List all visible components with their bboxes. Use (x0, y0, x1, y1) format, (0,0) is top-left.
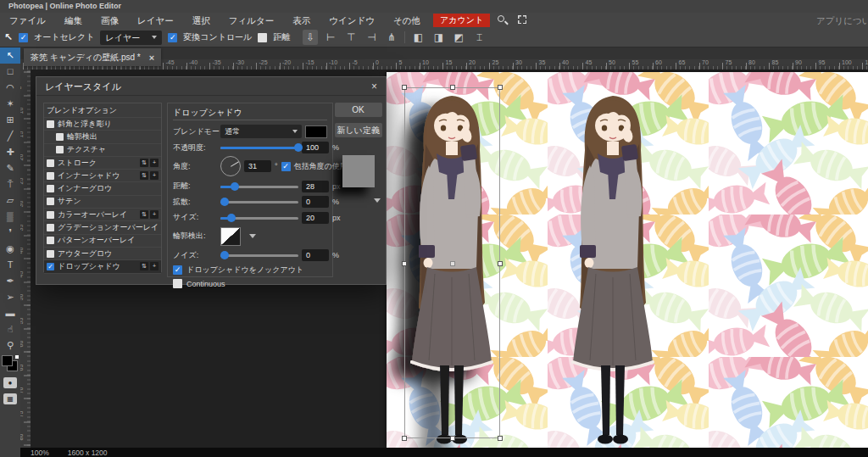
preview-dropdown-icon[interactable] (374, 198, 381, 203)
style-row-1[interactable]: 斜角と浮き彫り (44, 118, 161, 131)
style-checkbox[interactable] (47, 159, 54, 167)
shadow-color-swatch[interactable] (305, 125, 327, 138)
size-slider[interactable] (220, 213, 298, 223)
clone-stamp-tool-icon[interactable]: ⍑ (0, 176, 20, 192)
style-checkbox[interactable] (47, 120, 54, 128)
menu-item-4[interactable]: 選択 (183, 13, 220, 28)
add-style-instance-button[interactable]: + (150, 262, 159, 270)
path-select-tool-icon[interactable]: ➢ (0, 289, 20, 305)
color-swatches[interactable] (2, 355, 19, 372)
style-checkbox[interactable] (47, 198, 54, 205)
account-button[interactable]: アカウント (433, 14, 490, 27)
style-row-9[interactable]: グラデーションオーバーレイ⇅+ (44, 221, 161, 234)
reorder-style-button[interactable]: ⇅ (140, 210, 148, 219)
style-row-3[interactable]: テクスチャ (44, 144, 161, 157)
contour-dropdown-icon[interactable] (249, 234, 256, 238)
layer-order-icon[interactable]: ◩ (451, 30, 466, 45)
spacing-icon[interactable]: ⌶ (471, 30, 487, 45)
menu-item-8[interactable]: その他 (384, 13, 430, 28)
style-row-12[interactable]: ドロップシャドウ⇅+ (44, 260, 161, 273)
handle-bottom-center[interactable] (450, 436, 455, 441)
style-checkbox[interactable] (47, 172, 54, 180)
style-checkbox[interactable] (47, 263, 54, 270)
style-checkbox[interactable] (56, 133, 64, 141)
healing-tool-icon[interactable]: ✚ (0, 144, 20, 160)
handle-top-center[interactable] (450, 85, 455, 90)
add-style-instance-button[interactable]: + (150, 159, 159, 167)
angle-dial[interactable] (220, 156, 241, 176)
menu-item-0[interactable]: ファイル (0, 13, 55, 28)
dialog-titlebar[interactable]: レイヤースタイル × (36, 77, 386, 96)
close-icon[interactable]: × (149, 53, 154, 63)
new-style-button[interactable]: 新しい定義 (335, 123, 382, 137)
align-center-icon[interactable]: ⊤ (343, 30, 359, 45)
eraser-tool-icon[interactable]: ▱ (0, 192, 20, 209)
reorder-style-button[interactable]: ⇅ (140, 159, 148, 167)
style-row-5[interactable]: インナーシャドウ⇅+ (44, 170, 161, 182)
distance-checkbox[interactable] (258, 33, 267, 42)
handle-bottom-left[interactable] (402, 436, 407, 441)
keyboard-grid-icon[interactable]: ▦ (3, 393, 17, 404)
style-checkbox[interactable] (47, 185, 54, 192)
style-row-7[interactable]: サテン (44, 196, 161, 209)
style-checkbox[interactable] (56, 146, 64, 153)
default-colors-icon[interactable] (15, 355, 19, 359)
dodge-tool-icon[interactable]: ◉ (0, 241, 20, 257)
noise-slider[interactable] (220, 250, 298, 260)
style-row-6[interactable]: インナーグロウ (44, 182, 161, 195)
menu-item-7[interactable]: ウインドウ (320, 13, 384, 28)
hand-tool-icon[interactable]: ☝ (0, 321, 20, 337)
transform-controls-checkbox[interactable] (168, 33, 177, 42)
distance-slider[interactable] (220, 181, 298, 192)
fullscreen-icon[interactable] (515, 13, 531, 28)
lower-layer-icon[interactable]: ◨ (431, 30, 446, 45)
style-row-4[interactable]: ストローク⇅+ (44, 157, 161, 170)
menu-item-5[interactable]: フィルター (220, 13, 283, 28)
knockout-checkbox[interactable] (173, 265, 182, 275)
marquee-select-tool-icon[interactable]: □ (0, 64, 20, 80)
brush-tool-icon[interactable]: ✎ (0, 160, 20, 176)
handle-mid-left[interactable] (402, 261, 407, 266)
style-checkbox[interactable] (47, 237, 54, 244)
style-checkbox[interactable] (47, 211, 54, 219)
spread-slider[interactable] (220, 197, 298, 207)
menu-item-1[interactable]: 編集 (55, 13, 92, 28)
style-row-10[interactable]: パターンオーバーレイ (44, 235, 161, 248)
angle-value[interactable]: 31 (244, 160, 271, 172)
reorder-style-button[interactable]: ⇅ (140, 262, 148, 270)
global-light-checkbox[interactable] (281, 162, 291, 171)
distance-value[interactable]: 28 (302, 181, 329, 192)
contour-thumbnail[interactable] (220, 227, 241, 246)
align-right-icon[interactable]: ⊣ (364, 30, 379, 45)
shape-tool-icon[interactable]: ▬ (0, 305, 20, 321)
handle-top-right[interactable] (498, 85, 503, 90)
zoom-level[interactable]: 100% (31, 449, 49, 457)
size-value[interactable]: 20 (302, 212, 329, 224)
menu-item-3[interactable]: レイヤー (128, 13, 183, 28)
gradient-tool-icon[interactable]: ▒ (0, 209, 20, 225)
place-image-button[interactable]: ⇩ (303, 30, 318, 45)
crop-tool-icon[interactable]: ⊞ (0, 112, 20, 128)
style-row-11[interactable]: アウターグロウ (44, 248, 161, 260)
lasso-tool-icon[interactable]: ◠ (0, 80, 20, 96)
pen-tool-icon[interactable]: ✒ (0, 273, 20, 289)
handle-mid-right[interactable] (498, 261, 503, 266)
opacity-value[interactable]: 100 (302, 142, 329, 153)
continuous-checkbox[interactable] (173, 279, 182, 288)
move-tool-icon[interactable]: ↖ (0, 47, 20, 64)
close-icon[interactable]: × (371, 77, 377, 96)
transform-bounding-box[interactable] (404, 87, 500, 438)
about-app-link[interactable]: アプリについて (816, 13, 868, 28)
blur-tool-icon[interactable]: ❜ (0, 225, 20, 241)
search-icon[interactable] (495, 13, 510, 28)
noise-value[interactable]: 0 (302, 249, 329, 261)
quick-mask-icon[interactable]: ● (3, 377, 17, 388)
autoselect-checkbox[interactable] (19, 33, 28, 42)
spread-value[interactable]: 0 (302, 196, 329, 208)
opacity-slider[interactable] (220, 142, 298, 153)
magic-wand-tool-icon[interactable]: ✶ (0, 96, 20, 112)
ok-button[interactable]: OK (335, 103, 382, 117)
reorder-style-button[interactable]: ⇅ (140, 171, 148, 180)
menu-item-2[interactable]: 画像 (92, 13, 128, 28)
target-select[interactable]: レイヤー (100, 31, 162, 45)
